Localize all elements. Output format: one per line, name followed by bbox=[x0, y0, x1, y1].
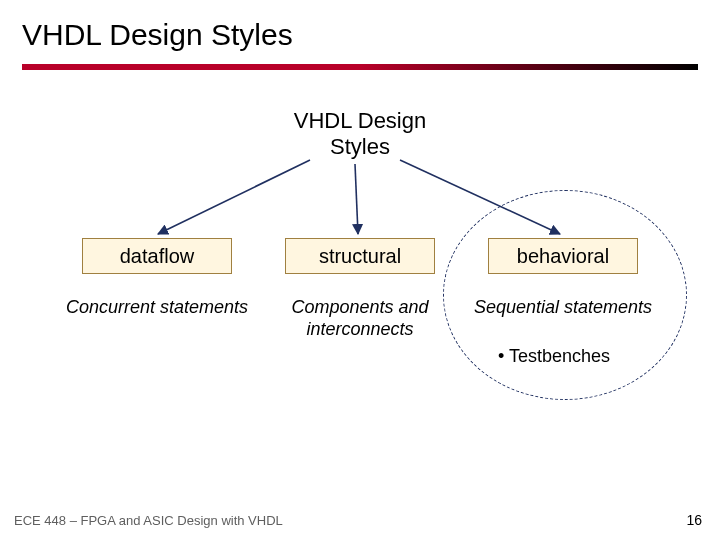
box-dataflow: dataflow bbox=[82, 238, 232, 274]
arrow-to-dataflow bbox=[158, 160, 310, 234]
root-line2: Styles bbox=[330, 134, 390, 159]
footer-text: ECE 448 – FPGA and ASIC Design with VHDL bbox=[14, 513, 283, 528]
desc-dataflow: Concurrent statements bbox=[62, 296, 252, 318]
box-behavioral: behavioral bbox=[488, 238, 638, 274]
desc-behavioral: Sequential statements bbox=[468, 296, 658, 318]
highlight-ellipse bbox=[443, 190, 687, 400]
desc-structural: Components and interconnects bbox=[265, 296, 455, 340]
arrow-to-structural bbox=[355, 164, 358, 234]
page-number: 16 bbox=[686, 512, 702, 528]
root-label: VHDL Design Styles bbox=[0, 108, 720, 160]
title-divider bbox=[22, 64, 698, 70]
root-line1: VHDL Design bbox=[294, 108, 426, 133]
box-structural: structural bbox=[285, 238, 435, 274]
slide-title: VHDL Design Styles bbox=[0, 0, 720, 52]
bullet-testbenches: • Testbenches bbox=[498, 346, 610, 367]
